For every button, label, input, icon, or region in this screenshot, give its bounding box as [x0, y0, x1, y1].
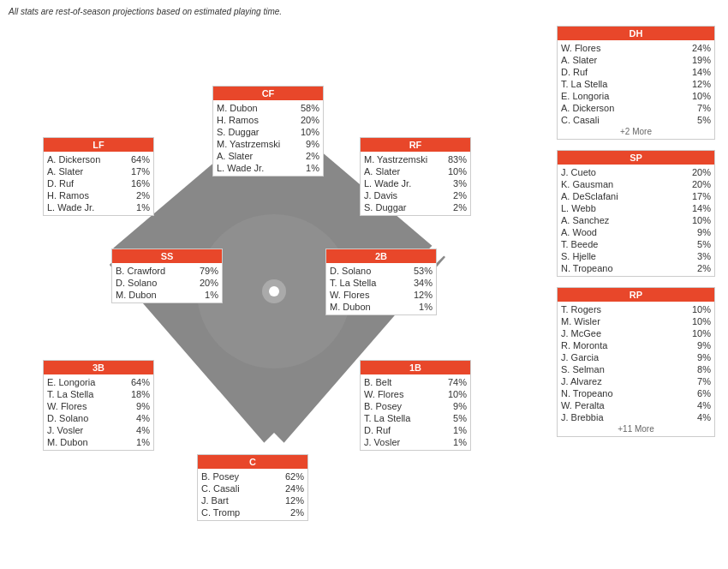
- player-row: B. Posey62%: [201, 470, 304, 482]
- player-pct: 7%: [697, 376, 711, 386]
- player-row: M. Dubon58%: [217, 102, 319, 114]
- player-row: L. Webb14%: [561, 202, 711, 214]
- player-row: H. Ramos20%: [217, 114, 319, 126]
- player-row: T. La Stella5%: [364, 412, 467, 424]
- player-row: B. Posey9%: [364, 400, 467, 412]
- player-pct: 2%: [136, 190, 150, 201]
- player-row: A. Slater17%: [47, 165, 150, 177]
- player-pct: 12%: [414, 290, 433, 300]
- player-row: M. Dubon1%: [330, 301, 433, 313]
- player-pct: 3%: [453, 178, 467, 189]
- player-name: L. Webb: [561, 203, 596, 213]
- player-name: C. Casali: [561, 115, 600, 125]
- player-row: E. Longoria10%: [561, 90, 711, 102]
- player-name: B. Posey: [201, 471, 239, 482]
- player-name: A. Slater: [364, 166, 400, 177]
- player-row: J. Garcia9%: [561, 351, 711, 363]
- player-pct: 2%: [306, 151, 319, 161]
- player-name: M. Dubon: [217, 103, 258, 113]
- player-pct: 8%: [697, 364, 711, 374]
- player-pct: 20%: [692, 167, 711, 177]
- player-name: J. Cueto: [561, 167, 596, 177]
- right-panel-sp: SPJ. Cueto20%K. Gausman20%A. DeSclafani1…: [557, 150, 715, 277]
- player-row: B. Crawford79%: [116, 265, 218, 277]
- player-pct: 64%: [131, 154, 150, 165]
- player-pct: 7%: [697, 103, 711, 113]
- player-name: A. Dickerson: [47, 154, 100, 165]
- player-row: A. Dickerson7%: [561, 102, 711, 114]
- player-name: D. Solano: [330, 266, 371, 276]
- player-name: H. Ramos: [47, 190, 89, 201]
- player-row: J. Davis2%: [364, 189, 467, 201]
- player-name: W. Flores: [561, 43, 600, 53]
- right-panel-dh: DHW. Flores24%A. Slater19%D. Ruf14%T. La…: [557, 26, 715, 140]
- more-link[interactable]: +11 More: [561, 423, 711, 434]
- player-pct: 5%: [453, 413, 467, 423]
- player-name: K. Gausman: [561, 179, 613, 189]
- player-row: T. La Stella18%: [47, 388, 150, 400]
- more-link[interactable]: +2 More: [561, 126, 711, 137]
- player-row: L. Wade Jr.1%: [217, 162, 319, 174]
- position-box-lf: LFA. Dickerson64%A. Slater17%D. Ruf16%H.…: [43, 137, 154, 216]
- player-pct: 9%: [453, 401, 467, 411]
- player-row: R. Moronta9%: [561, 339, 711, 351]
- player-pct: 9%: [697, 227, 711, 237]
- player-row: S. Hjelle3%: [561, 250, 711, 262]
- player-row: E. Longoria64%: [47, 376, 150, 388]
- position-label-2b: 2B: [326, 249, 436, 263]
- player-name: N. Tropeano: [561, 388, 613, 398]
- player-name: R. Moronta: [561, 340, 607, 350]
- player-pct: 6%: [697, 388, 711, 398]
- player-row: A. Sanchez10%: [561, 214, 711, 226]
- player-name: T. La Stella: [330, 278, 376, 288]
- player-name: E. Longoria: [47, 377, 95, 387]
- player-pct: 3%: [697, 251, 711, 261]
- player-row: N. Tropeano2%: [561, 262, 711, 274]
- player-row: C. Tromp2%: [201, 506, 304, 518]
- position-box-c: CB. Posey62%C. Casali24%J. Bart12%C. Tro…: [197, 454, 308, 521]
- player-pct: 20%: [301, 115, 319, 125]
- player-pct: 74%: [448, 377, 467, 387]
- position-label-3b: 3B: [44, 361, 153, 374]
- player-row: A. Slater10%: [364, 165, 467, 177]
- player-name: A. Dickerson: [561, 103, 614, 113]
- player-pct: 9%: [136, 401, 150, 411]
- player-name: J. Davis: [364, 190, 397, 201]
- player-pct: 9%: [306, 139, 319, 149]
- player-name: A. Slater: [561, 55, 597, 65]
- position-box-1b: 1BB. Belt74%W. Flores10%B. Posey9%T. La …: [360, 360, 471, 451]
- player-row: S. Duggar2%: [364, 201, 467, 213]
- player-name: J. Garcia: [561, 352, 599, 362]
- player-pct: 20%: [692, 179, 711, 189]
- player-row: A. Slater2%: [217, 150, 319, 162]
- position-box-rf: RFM. Yastrzemski83%A. Slater10%L. Wade J…: [360, 137, 471, 216]
- player-name: D. Ruf: [364, 425, 391, 435]
- player-row: J. Vosler4%: [47, 424, 150, 436]
- player-name: J. Brebbia: [561, 412, 604, 422]
- player-pct: 24%: [285, 483, 304, 494]
- player-pct: 10%: [692, 316, 711, 326]
- player-pct: 17%: [131, 166, 150, 177]
- player-pct: 1%: [136, 437, 150, 447]
- player-row: J. Alvarez7%: [561, 375, 711, 387]
- player-row: B. Belt74%: [364, 376, 467, 388]
- player-row: S. Selman8%: [561, 363, 711, 375]
- player-pct: 4%: [697, 400, 711, 410]
- player-name: M. Dubon: [330, 302, 371, 312]
- player-name: T. La Stella: [364, 413, 410, 423]
- player-pct: 10%: [692, 91, 711, 101]
- player-name: M. Dubon: [116, 290, 157, 300]
- player-pct: 9%: [697, 352, 711, 362]
- player-name: T. Rogers: [561, 304, 601, 314]
- player-name: T. La Stella: [47, 389, 93, 399]
- player-pct: 19%: [692, 55, 711, 65]
- player-pct: 5%: [697, 115, 711, 125]
- player-name: L. Wade Jr.: [47, 202, 94, 213]
- player-pct: 24%: [692, 43, 711, 53]
- player-row: L. Wade Jr.1%: [47, 201, 150, 213]
- player-name: T. La Stella: [561, 79, 607, 89]
- player-name: A. Wood: [561, 227, 597, 237]
- player-row: T. La Stella34%: [330, 277, 433, 289]
- player-name: J. Bart: [201, 495, 229, 506]
- player-row: S. Duggar10%: [217, 126, 319, 138]
